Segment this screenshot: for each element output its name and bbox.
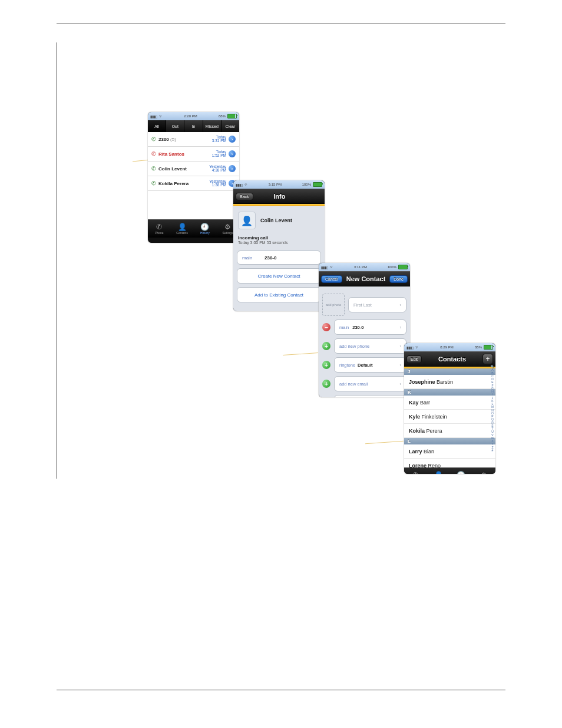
header-rule [57,24,505,24]
battery-icon [227,114,237,118]
tab-phone[interactable]: ✆Phone [404,468,427,474]
connector-line [365,441,404,444]
contact-first: Josephine [409,379,435,385]
chevron-right-icon: › [400,344,402,349]
section-header-k: K [404,389,495,396]
contact-first: Kokila [409,428,425,434]
segment-all[interactable]: All [148,120,166,132]
row-label: ringtone [339,363,355,368]
contact-row[interactable]: Lorene Reno [404,459,495,467]
contacts-list[interactable]: J Josephine Barstin K Kay Barr Kyle Fink… [404,368,495,467]
contact-last: Finkelstein [422,414,447,420]
tab-contacts[interactable]: 👤Contacts [427,468,450,474]
screenshot-new-contact: ▮▮▮▯ᯤ 3:11 PM 100% Cancel New Contact Do… [319,263,410,397]
person-icon: 👤 [178,223,187,230]
cancel-button[interactable]: Cancel [321,275,342,283]
call-name: Colin Levent [158,166,187,172]
contact-row[interactable]: Larry Bian [404,444,495,459]
tab-history[interactable]: 🕘History [450,468,473,474]
add-phone-row[interactable]: add new phone › [335,339,406,353]
section-header-j: J [404,368,495,375]
battery-pct: 88% [219,114,226,118]
signal-icon: ▮▮▮▯ [236,183,243,187]
contact-row[interactable]: Josephine Barstin [404,375,495,389]
phone-row[interactable]: main 230-0 [237,251,320,264]
status-bar: ▮▮▮▯ᯤ 8:29 PM 88% [404,343,495,351]
contact-row[interactable]: Kyle Finkelstein [404,410,495,424]
create-new-contact-button[interactable]: Create New Contact [237,269,320,283]
connector-line [283,353,318,355]
contact-first: Larry [409,449,422,454]
alphabet-index[interactable]: 🔍 ABCDEFGHIJKLMNOPQRSTUVWXYZ# [491,365,494,452]
history-row[interactable]: ✆ Kokila Perera Yesterday1:38 PM › [148,176,239,191]
footer-rule [57,690,505,690]
history-filter-segments[interactable]: All Out In Missed Clear [148,120,239,132]
history-row[interactable]: ✆ 2300 (5) Today3:31 PM › [148,132,239,147]
row-label: add new email [339,381,368,387]
battery-icon [313,182,322,187]
nav-bar: Back Info [233,189,325,204]
add-phone-icon[interactable]: + [322,342,330,350]
info-chevron-icon[interactable]: › [229,136,236,143]
ringtone-value: Default [358,363,372,368]
call-name: 2300 [158,137,169,142]
status-time: 2:20 PM [184,114,197,118]
contact-row[interactable]: Kay Barr [404,396,495,410]
tab-contacts[interactable]: 👤Contacts [171,220,194,238]
status-time: 8:29 PM [440,345,453,349]
missed-icon: ✆ [151,151,156,157]
main-phone-row[interactable]: main 230-0 › [335,320,406,334]
clock-icon: 🕘 [200,223,209,230]
tab-phone[interactable]: ✆Phone [148,220,171,238]
remove-phone-icon[interactable]: – [322,323,330,331]
wifi-icon: ᯤ [159,114,163,118]
nav-title: Info [273,193,285,200]
screenshot-contacts: ▮▮▮▯ᯤ 8:29 PM 88% Edit Contacts + J Jose… [404,343,495,474]
tab-label: Phone [155,231,163,235]
add-contact-button[interactable]: + [482,354,493,364]
segment-in[interactable]: In [184,120,203,132]
wifi-icon: ᯤ [415,345,419,349]
wifi-icon: ᯤ [244,183,248,186]
add-email-row[interactable]: add new email › [335,377,406,391]
info-chevron-icon[interactable]: › [229,150,236,157]
name-field[interactable]: First Last › [349,298,406,312]
done-button[interactable]: Done [389,275,408,283]
ringtone-row[interactable]: ringtone Default › [335,358,406,372]
contact-row[interactable]: Kokila Perera [404,424,495,438]
chevron-right-icon: › [400,363,402,368]
phone-value: 230-0 [265,255,276,261]
phone-value: 230-0 [352,325,363,330]
nav-title: Contacts [438,355,466,363]
screenshot-history: ▮▮▮▯ ᯤ 2:20 PM 88% All Out In Missed Cle… [148,112,239,243]
contact-last: Perera [427,428,442,434]
history-row[interactable]: ✆ Rita Santos Today1:52 PM › [148,147,239,162]
add-ringtone-icon[interactable]: + [322,361,330,369]
battery-pct: 88% [475,345,482,349]
chevron-right-icon: › [400,325,402,330]
add-photo-label: add photo [326,303,342,307]
battery-pct: 100% [302,183,311,186]
chevron-right-icon: › [400,381,402,387]
history-list: ✆ 2300 (5) Today3:31 PM › ✆ Rita Santos … [148,132,239,219]
add-url-row[interactable]: add new URL › [335,396,406,397]
tab-bar: ✆Phone 👤Contacts 🕘History ⚙Settings [148,219,239,238]
add-photo-button[interactable]: add photo [322,294,345,316]
call-detail: Today 3:00 PM 53 seconds [237,241,321,247]
tab-history[interactable]: 🕘History [194,220,217,238]
segment-missed[interactable]: Missed [203,120,222,132]
edit-button[interactable]: Edit [406,355,422,363]
history-row[interactable]: ✆ Colin Levent Yesterday4:38 PM › [148,162,239,176]
back-button[interactable]: Back [236,193,253,200]
call-direction-label: Incoming call [237,234,321,241]
body-text [66,42,490,48]
contact-name: Colin Levent [260,218,292,223]
add-to-existing-contact-button[interactable]: Add to Existing Contact [237,288,320,302]
segment-clear[interactable]: Clear [222,120,239,132]
segment-out[interactable]: Out [166,120,184,132]
add-email-icon[interactable]: + [322,380,330,388]
tab-settings[interactable]: ⚙Settings [472,468,495,474]
avatar-placeholder: 👤 [238,212,256,229]
info-chevron-icon[interactable]: › [229,165,236,172]
clock-icon: 🕘 [457,472,465,475]
